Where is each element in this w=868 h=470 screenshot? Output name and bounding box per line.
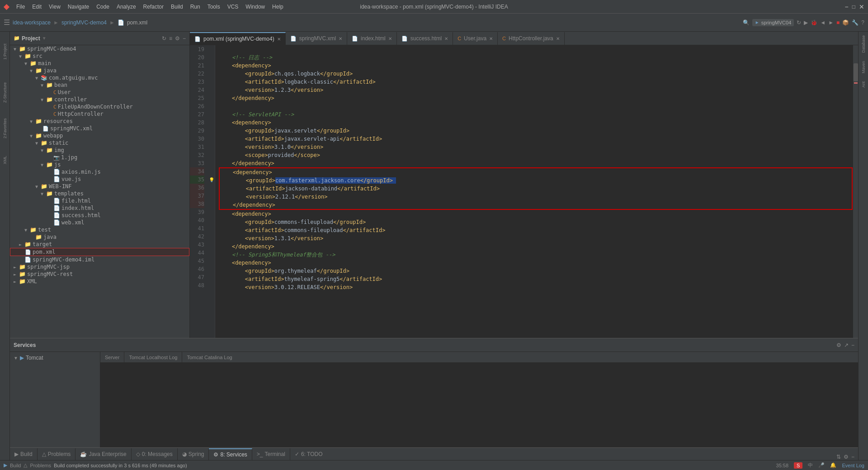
bottom-tab-messages[interactable]: ◇ 0: Messages: [132, 448, 178, 460]
services-settings-icon[interactable]: ⚙: [836, 342, 841, 348]
tree-item-user[interactable]: C User: [10, 89, 189, 96]
menu-view[interactable]: View: [45, 3, 64, 11]
sidebar-item-structure[interactable]: Z-Structure: [0, 79, 9, 106]
close-services-icon[interactable]: −: [851, 454, 854, 460]
tree-item-index-html[interactable]: 📄 index.html: [10, 204, 189, 212]
back-icon[interactable]: ◄: [820, 19, 826, 26]
debug-icon[interactable]: 🐞: [811, 19, 817, 26]
tree-item-java2[interactable]: 📁 java: [10, 233, 189, 241]
menu-vcs[interactable]: VCS: [224, 3, 242, 11]
breadcrumb-idea-workspace[interactable]: idea-workspace: [13, 19, 51, 26]
tab-pom-xml[interactable]: 📄 pom.xml (springMVC-demo4) ✕: [190, 32, 286, 45]
tree-item-file-html[interactable]: 📄 file.html: [10, 197, 189, 204]
menu-navigate[interactable]: Navigate: [64, 3, 93, 11]
bottom-tab-terminal[interactable]: >_ Terminal: [252, 448, 290, 460]
forward-icon[interactable]: ►: [828, 19, 834, 26]
close-button[interactable]: ✕: [859, 3, 864, 10]
menu-tools[interactable]: Tools: [204, 3, 224, 11]
services-tree-item[interactable]: ▼ ▶ Tomcat: [12, 354, 98, 362]
tree-item-target[interactable]: ► 📁 target: [10, 241, 189, 248]
services-expand-icon[interactable]: ↗: [844, 342, 849, 348]
tree-item-iml[interactable]: 📄 springMVC-demo4.iml: [10, 256, 189, 263]
tree-item-fileup[interactable]: C FileUpAndDownController: [10, 103, 189, 110]
tab-springmvc-xml[interactable]: 📄 springMVC.xml ✕: [286, 32, 347, 45]
collapse-icon[interactable]: ≡: [169, 35, 172, 42]
menu-analyze[interactable]: Analyze: [113, 3, 140, 11]
stop-icon[interactable]: ■: [836, 19, 840, 26]
menu-code[interactable]: Code: [93, 3, 113, 11]
bottom-tab-spring[interactable]: ◕ Spring: [178, 448, 209, 460]
tree-item-js[interactable]: ▼ 📁 js: [10, 161, 189, 168]
bottom-tab-build[interactable]: ▶ Build: [10, 448, 38, 460]
server-tab-2[interactable]: Tomcat Localhost Log: [124, 352, 182, 362]
event-log-link[interactable]: Event Log: [842, 463, 864, 468]
server-tab-3[interactable]: Tomcat Catalina Log: [182, 352, 236, 362]
menu-run[interactable]: Run: [187, 3, 204, 11]
menu-window[interactable]: Window: [242, 3, 269, 11]
tree-item-axios[interactable]: 📄 axios.min.js: [10, 168, 189, 176]
tree-item-test[interactable]: ▼ 📁 test: [10, 226, 189, 233]
gear-icon[interactable]: ⚙: [175, 35, 180, 42]
sidebar-item-xml[interactable]: XML: [0, 151, 9, 169]
notification-icon[interactable]: 🔔: [830, 462, 836, 468]
tree-item-xml-folder[interactable]: ► 📁 XML: [10, 278, 189, 285]
tab-index-html[interactable]: 📄 index.html ✕: [347, 32, 397, 45]
tree-item-success-html[interactable]: 📄 success.html: [10, 212, 189, 219]
search-everywhere-icon[interactable]: 🔍: [743, 19, 750, 26]
tree-item-web-xml[interactable]: 📄 web.xml: [10, 219, 189, 226]
menu-refactor[interactable]: Refactor: [140, 3, 167, 11]
sync-icon[interactable]: ↻: [162, 35, 166, 42]
breadcrumb-springmvc[interactable]: springMVC-demo4: [61, 19, 107, 26]
tree-item-springmvc-rest[interactable]: ► 📁 springMVC-rest: [10, 271, 189, 278]
tree-item-img[interactable]: ▼ 📁 img: [10, 147, 189, 154]
menu-build[interactable]: Build: [167, 3, 187, 11]
tree-item-src[interactable]: ▼ 📁 src: [10, 52, 189, 60]
tree-item-java[interactable]: ▼ 📁 java: [10, 67, 189, 74]
project-toggle-icon[interactable]: ☰: [4, 18, 10, 27]
build-status-icon[interactable]: ▶: [4, 462, 7, 468]
tree-item-package[interactable]: ▼ 📚 com.atguigu.mvc: [10, 74, 189, 81]
build-artifact-icon[interactable]: 📦: [842, 19, 849, 26]
tree-item-webapp[interactable]: ▼ 📁 webapp: [10, 132, 189, 139]
tree-item-1jpg[interactable]: 📷 1.jpg: [10, 154, 189, 161]
services-close-icon[interactable]: −: [851, 342, 854, 348]
maximize-button[interactable]: □: [852, 4, 855, 10]
sidebar-item-project[interactable]: 1:Project: [0, 33, 9, 70]
tree-item-resources[interactable]: ▼ 📁 resources: [10, 118, 189, 125]
sidebar-database[interactable]: Database: [860, 33, 867, 55]
tree-item-webinf[interactable]: ▼ 📁 WEB-INF: [10, 183, 189, 190]
menu-edit[interactable]: Edit: [28, 3, 45, 11]
tab-pom-close[interactable]: ✕: [277, 37, 281, 42]
tab-success-html[interactable]: 📄 success.html ✕: [397, 32, 453, 45]
tab-user-close[interactable]: ✕: [489, 36, 493, 41]
bottom-tab-todo[interactable]: ✓ 6: TODO: [290, 448, 327, 460]
tree-item-springmvcxml[interactable]: 📄 springMVC.xml: [10, 125, 189, 132]
help-icon[interactable]: ?: [861, 19, 864, 26]
menu-help[interactable]: Help: [269, 3, 287, 11]
tree-item-pom-xml[interactable]: 📄 pom.xml: [10, 248, 189, 256]
bottom-tab-services[interactable]: ⚙ 8: Services: [209, 448, 252, 460]
server-tab-1[interactable]: Server: [100, 352, 124, 362]
minus-icon[interactable]: −: [183, 35, 186, 42]
run-config[interactable]: ► springMVC04: [752, 19, 794, 26]
tree-item-templates[interactable]: ▼ 📁 templates: [10, 190, 189, 197]
tree-item-bean[interactable]: ▼ 📁 bean: [10, 81, 189, 89]
tree-item-static[interactable]: ▼ 📁 static: [10, 139, 189, 147]
tree-item-springmvc-demo4[interactable]: ▼ 📁 springMVC-demo4: [10, 45, 189, 52]
tab-http-controller[interactable]: C HttpController.java ✕: [498, 32, 565, 45]
settings-icon[interactable]: 🔧: [852, 19, 859, 26]
run-icon[interactable]: ▶: [804, 19, 808, 26]
tree-item-main[interactable]: ▼ 📁 main: [10, 60, 189, 67]
tree-item-vue[interactable]: 📄 vue.js: [10, 176, 189, 183]
bottom-tab-problems[interactable]: △ Problems: [38, 448, 76, 460]
refresh-icon[interactable]: ↻: [797, 19, 801, 26]
panel-dropdown-icon[interactable]: ▼: [42, 36, 47, 41]
expand-services-icon[interactable]: ⇅: [836, 454, 841, 460]
tree-item-springmvc-jsp[interactable]: ► 📁 springMVC-jsp: [10, 263, 189, 271]
sidebar-maven[interactable]: Maven: [860, 59, 867, 75]
tab-index-close[interactable]: ✕: [388, 36, 392, 41]
settings-services-icon[interactable]: ⚙: [844, 454, 849, 460]
bottom-tab-java-enterprise[interactable]: ☕ Java Enterprise: [75, 448, 131, 460]
minimize-button[interactable]: −: [845, 3, 849, 10]
tab-user-java[interactable]: C User.java ✕: [453, 32, 498, 45]
